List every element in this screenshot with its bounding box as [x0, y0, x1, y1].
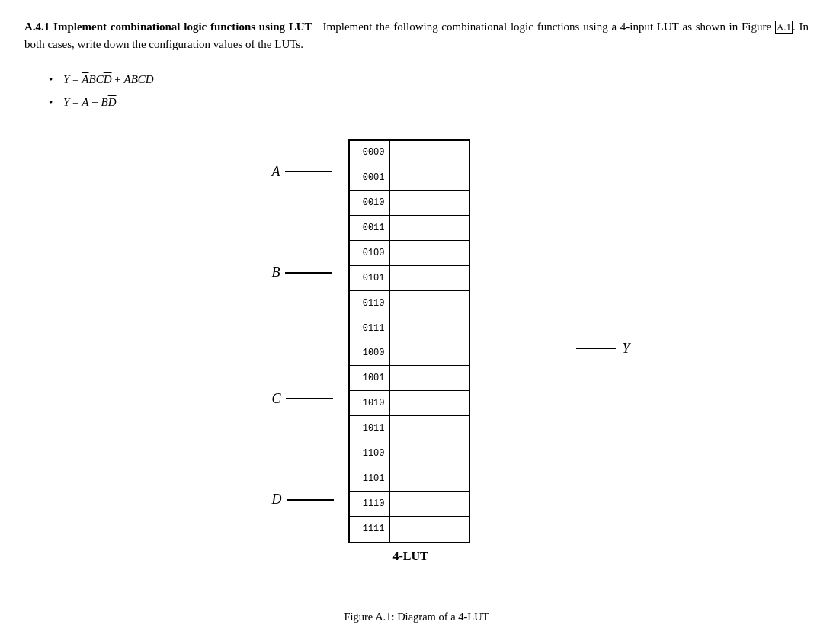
page-content: A.4.1 Implement combinational logic func… [24, 18, 809, 623]
lut-label-12: 1100 [350, 448, 389, 459]
eq1-A2: A [124, 73, 131, 85]
section-title: Implement combinational [53, 21, 184, 33]
lut-row-6: 0110 [350, 291, 469, 316]
lut-label-2: 0010 [350, 197, 389, 208]
lut-cell-11 [389, 416, 469, 441]
figure-caption: Figure A.1: Diagram of a 4-LUT [344, 610, 489, 623]
eq2-D: D [108, 96, 117, 108]
eq1-B: B [89, 73, 96, 85]
eq2-B: B [101, 96, 107, 108]
lut-label-10: 1010 [350, 398, 389, 409]
eq1-A: A [82, 73, 88, 85]
eq1-B2: B [131, 73, 138, 85]
section-number: A.4.1 [24, 21, 50, 33]
lut-row-1: 0001 [350, 165, 469, 191]
lut-row-4: 0100 [350, 241, 469, 266]
lut-row-8: 1000 [350, 341, 469, 367]
equation-list: Y = ABCD + ABCD Y = A + BD [49, 68, 809, 114]
lut-row-0: 0000 [350, 141, 469, 166]
lut-cell-10 [389, 391, 469, 415]
lut-label-1: 0001 [350, 172, 389, 183]
lut-cell-0 [389, 141, 469, 165]
input-a-line: A [272, 164, 332, 180]
lut-row-5: 0101 [350, 266, 469, 291]
equation-1: Y = ABCD + ABCD [49, 68, 809, 91]
input-c-line: C [272, 391, 333, 407]
eq1-eq: = [72, 73, 82, 85]
lut-label-9: 1001 [350, 373, 389, 383]
lut-label-13: 1101 [350, 473, 389, 484]
lut-label-5: 0101 [350, 273, 389, 284]
input-a-wire [285, 171, 332, 172]
input-a-label: A [272, 164, 280, 180]
lut-cell-4 [389, 241, 469, 265]
eq1-C2: C [138, 73, 146, 85]
input-b-label: B [272, 264, 280, 280]
lut-row-12: 1100 [350, 441, 469, 466]
lut-label-3: 0011 [350, 223, 389, 233]
lut-row-2: 0010 [350, 191, 469, 216]
output-y-line: Y [576, 341, 630, 357]
lut-label-15: 1111 [350, 524, 389, 534]
eq2-eq: = [72, 96, 82, 108]
input-b-wire [285, 272, 332, 274]
eq1-C: C [96, 73, 104, 85]
eq2-plus: + [91, 96, 101, 108]
eq1-D2: D [146, 73, 154, 85]
input-d-wire [287, 499, 334, 501]
lut-label-0: 0000 [350, 147, 389, 158]
lut-row-11: 1011 [350, 416, 469, 441]
lut-label-8: 1000 [350, 348, 389, 358]
input-d-line: D [272, 492, 334, 508]
lut-row-9: 1001 [350, 366, 469, 391]
lut-cell-3 [389, 216, 469, 240]
lut-row-7: 0111 [350, 316, 469, 341]
eq1-lhs: Y [63, 73, 69, 85]
lut-cell-8 [389, 341, 469, 366]
eq1-plus: + [114, 73, 123, 85]
equation-2: Y = A + BD [49, 91, 809, 114]
lut-box: 0000 0001 0010 0011 [348, 139, 470, 543]
lut-rows: 0000 0001 0010 0011 [350, 141, 469, 542]
lut-cell-14 [389, 492, 469, 516]
input-b-line: B [272, 264, 332, 280]
lut-cell-6 [389, 291, 469, 316]
lut-cell-5 [389, 266, 469, 290]
lut-cell-15 [389, 517, 469, 542]
header-paragraph: A.4.1 Implement combinational logic func… [24, 18, 809, 54]
section-title-2: logic functions using LUT [184, 21, 319, 33]
lut-label-6: 0110 [350, 298, 389, 309]
lut-label-4: 0100 [350, 248, 389, 258]
eq2-lhs: Y [63, 96, 69, 108]
lut-row-3: 0011 [350, 216, 469, 241]
input-c-wire [286, 398, 333, 399]
lut-row-14: 1110 [350, 492, 469, 517]
input-c-label: C [272, 391, 281, 407]
lut-bottom-label: 4-LUT [350, 549, 472, 563]
eq2-A: A [82, 96, 88, 108]
lut-row-15: 1111 [350, 517, 469, 542]
lut-label-11: 1011 [350, 423, 389, 434]
lut-cell-13 [389, 466, 469, 491]
output-y-wire [576, 348, 616, 349]
lut-cell-9 [389, 366, 469, 390]
lut-row-10: 1010 [350, 391, 469, 416]
eq1-D: D [104, 73, 112, 85]
input-d-label: D [272, 492, 282, 508]
lut-row-13: 1101 [350, 466, 469, 492]
lut-cell-1 [389, 165, 469, 190]
lut-diagram: 0000 0001 0010 0011 [257, 132, 577, 574]
figure-ref[interactable]: A.1 [775, 21, 793, 34]
figure-container: 0000 0001 0010 0011 [24, 132, 809, 623]
lut-cell-12 [389, 441, 469, 466]
lut-label-7: 0111 [350, 323, 389, 334]
lut-cell-7 [389, 316, 469, 341]
lut-label-14: 1110 [350, 498, 389, 509]
output-y-label: Y [622, 341, 630, 357]
lut-cell-2 [389, 191, 469, 215]
